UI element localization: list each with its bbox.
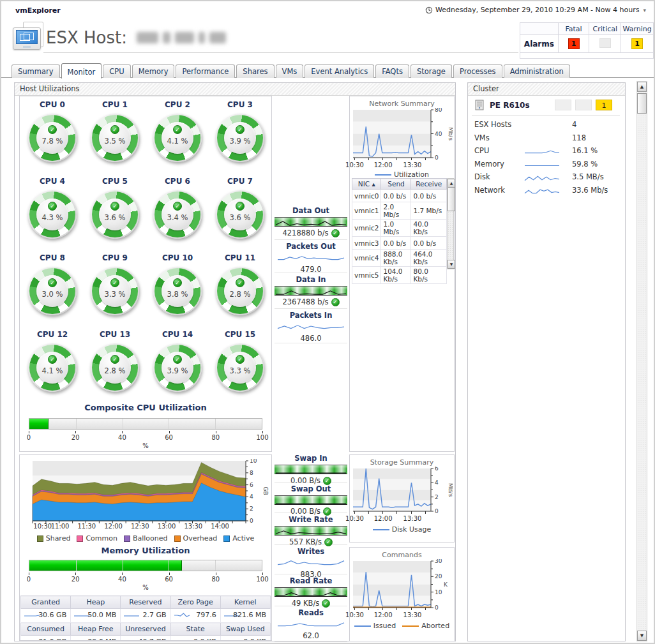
gauge-dial: ✓3.3 % — [216, 343, 264, 392]
nic-col-receive[interactable]: Receive — [411, 179, 447, 190]
critical-alarm-count[interactable] — [599, 38, 611, 48]
metric-level-bar — [275, 286, 347, 296]
legend-item-aborted: Aborted — [402, 622, 449, 630]
mem-stat-header-heap-free: Heap Free — [71, 623, 121, 636]
tab-performance[interactable]: Performance — [176, 64, 235, 78]
cluster-metric-label: ESX Hosts — [474, 120, 511, 129]
metric-label: Writes — [275, 545, 347, 556]
title-divider — [43, 52, 518, 53]
status-ok-icon: ✓ — [110, 355, 119, 364]
metric-level-bar — [275, 465, 347, 474]
metric-label: Reads — [275, 606, 347, 617]
cpu-gauge-value: 4.1 % — [162, 137, 193, 146]
cpu-gauge-label: CPU 14 — [146, 330, 209, 339]
nic-scroll-up-icon[interactable]: ▲ — [448, 179, 455, 188]
nic-row-vmnic3: vmnic30.0 b/s0.0 b/s — [352, 237, 447, 250]
tab-processes[interactable]: Processes — [453, 64, 502, 78]
tab-storage[interactable]: Storage — [410, 64, 452, 78]
nic-cell: 0.0 b/s — [381, 190, 411, 202]
cluster-critical-badge[interactable] — [575, 100, 592, 110]
cpu-gauge-cpu-1: CPU 1✓3.5 % — [84, 98, 146, 174]
cluster-metrics-list: ESX Hosts4VMs118CPU16.1 %Memory59.8 %Dis… — [468, 119, 625, 197]
mem-stat-value-heap: 50.0 MB — [71, 609, 121, 623]
fatal-alarm-count[interactable]: 1 — [568, 38, 580, 49]
legend-swatch — [174, 535, 181, 542]
cpu-gauge-label: CPU 1 — [84, 100, 146, 109]
svg-text:4: 4 — [250, 493, 253, 500]
cluster-metric-label: Disk — [474, 172, 490, 181]
scroll-thumb[interactable] — [637, 93, 647, 114]
commands-legend: IssuedAborted — [350, 622, 454, 630]
cluster-server-icon — [474, 100, 485, 111]
cluster-warning-badge[interactable]: 1 — [596, 100, 612, 110]
metric-writes: Writes883.0 — [275, 545, 347, 574]
tab-memory[interactable]: Memory — [132, 64, 175, 78]
nic-table-scrollbar[interactable]: ▲ ▼ — [447, 178, 454, 269]
nic-scroll-thumb[interactable] — [448, 187, 455, 211]
gauge-dial: ✓3.0 % — [28, 267, 77, 315]
svg-text:2: 2 — [250, 505, 253, 512]
memory-utilization-unit: % — [20, 584, 271, 591]
storage-summary-chart: 0246MB/s — [352, 467, 453, 514]
svg-text:0: 0 — [435, 508, 439, 514]
time-range-selector[interactable]: Wednesday, September 29, 2010 10:29 AM -… — [425, 6, 646, 14]
nic-col-nic[interactable]: NIC ▴ — [352, 179, 381, 190]
legend-item-shared: Shared — [37, 534, 71, 543]
gauge-dial: ✓3.3 % — [91, 267, 139, 315]
mem-stat-header-heap: Heap — [71, 596, 121, 609]
tab-shares[interactable]: Shares — [236, 64, 274, 78]
cluster-metric-value: 4 — [572, 120, 576, 129]
nic-scroll-down-icon[interactable]: ▼ — [448, 260, 455, 269]
x-tick-label: 13:30 — [403, 515, 422, 522]
status-ok-icon: ✓ — [173, 125, 182, 134]
cpu-gauge-label: CPU 6 — [146, 177, 209, 186]
svg-text:0: 0 — [435, 154, 439, 160]
svg-text:30: 30 — [435, 559, 442, 564]
tab-event-analytics[interactable]: Event Analytics — [305, 64, 374, 78]
cpu-gauge-label: CPU 15 — [209, 330, 271, 339]
cluster-metric-disk: Disk3.5 MB/s — [468, 171, 625, 184]
status-ok-icon: ✓ — [173, 278, 182, 287]
gauge-dial: ✓3.6 % — [91, 190, 139, 239]
scroll-down-icon[interactable]: ▼ — [637, 631, 647, 641]
cpu-gauge-value: 2.8 % — [224, 290, 256, 299]
legend-swatch — [223, 535, 230, 542]
nic-table: NIC ▴SendReceivevmnic00.0 b/s0.0 b/svmni… — [352, 178, 447, 284]
nic-cell: 464.0 Kb/s — [411, 250, 447, 267]
warning-alarm-count[interactable]: 1 — [631, 38, 643, 49]
status-ok-icon: ✓ — [48, 355, 57, 364]
nic-cell: vmnic0 — [352, 190, 381, 202]
tab-faqts[interactable]: FAQts — [375, 64, 409, 78]
page-scrollbar[interactable]: ▲ ▼ — [636, 81, 647, 641]
mem-stat-value-granted: 30.6 GB — [21, 609, 71, 623]
scroll-up-icon[interactable]: ▲ — [637, 82, 647, 92]
svg-text:MB/s: MB/s — [448, 483, 453, 497]
tab-monitor[interactable]: Monitor — [61, 63, 102, 79]
tab-administration[interactable]: Administration — [504, 64, 570, 78]
memory-breakdown-chart: 0246810GB — [24, 459, 270, 529]
esx-host-icon — [13, 22, 46, 52]
disk-flow-metrics: Swap In0.00 B/s✓Swap Out0.00 B/s✓Write R… — [275, 452, 347, 642]
nic-col-send[interactable]: Send — [381, 179, 411, 190]
time-range-label: Wednesday, September 29, 2010 10:29 AM -… — [435, 6, 640, 14]
svg-text:0: 0 — [435, 604, 439, 610]
cpu-gauge-label: CPU 11 — [209, 253, 271, 262]
cluster-metric-sparkline — [524, 186, 560, 198]
nic-cell: 104.0 Kb/s — [381, 267, 411, 284]
cpu-gauge-cpu-3: CPU 3✓3.9 % — [209, 98, 271, 174]
nic-cell: 0.0 b/s — [411, 190, 447, 202]
mem-stat-header-swap-used: Swap Used — [220, 623, 270, 636]
mem-stat-header-granted: Granted — [21, 596, 71, 609]
mem-stat-value-state: 0.0 KB — [170, 636, 220, 641]
tab-vms[interactable]: VMs — [276, 64, 304, 78]
nic-cell: 2.0 Mb/s — [381, 202, 411, 220]
nic-cell: 0.0 b/s — [411, 237, 447, 250]
network-summary-title: Network Summary — [350, 100, 454, 108]
x-tick-label: 10:30 — [345, 161, 364, 168]
cluster-fatal-badge[interactable] — [555, 100, 571, 110]
tab-cpu[interactable]: CPU — [103, 64, 130, 78]
alarms-col-fatal: Fatal — [558, 23, 589, 35]
cluster-name-link[interactable]: PE R610s — [490, 101, 530, 110]
cpu-gauge-value: 3.9 % — [224, 137, 256, 146]
tab-summary[interactable]: Summary — [11, 64, 60, 78]
